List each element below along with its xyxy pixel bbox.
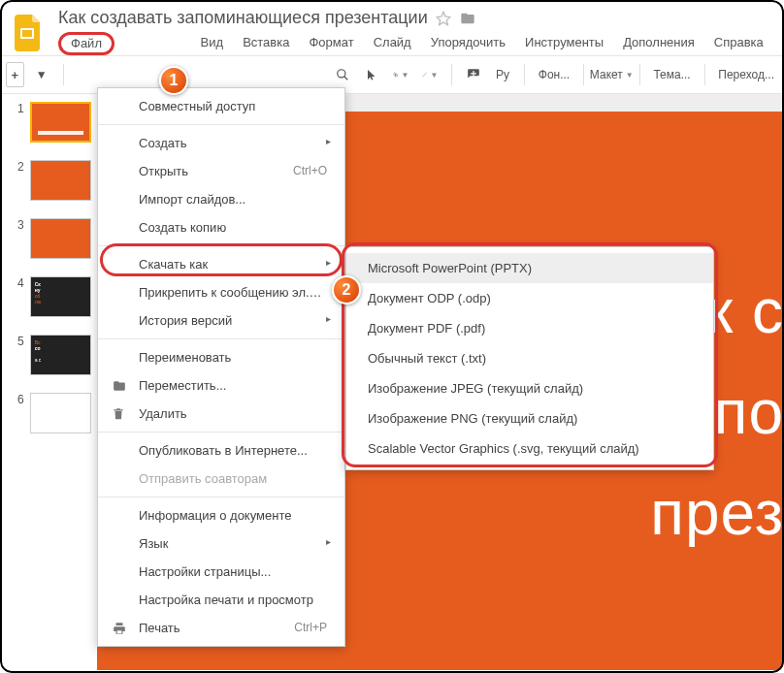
thumb-number: 5 (12, 335, 24, 348)
select-tool[interactable] (360, 63, 383, 86)
export-jpeg[interactable]: Изображение JPEG (текущий слайд) (346, 373, 713, 403)
folder-icon (112, 379, 127, 393)
chevron-right-icon: ▸ (326, 536, 331, 547)
shortcut-label: Ctrl+O (293, 164, 327, 177)
menu-delete[interactable]: Удалить (98, 400, 344, 428)
chevron-right-icon: ▸ (326, 313, 331, 324)
line-tool[interactable] (418, 63, 441, 86)
menu-slide[interactable]: Слайд (364, 32, 421, 55)
slide-text: по (714, 376, 784, 448)
download-as-submenu: Microsoft PowerPoint (PPTX) Документ ODP… (345, 246, 714, 470)
svg-rect-4 (396, 75, 398, 77)
star-icon[interactable] (436, 11, 451, 26)
menu-tools[interactable]: Инструменты (515, 32, 613, 55)
shortcut-label: Ctrl+P (294, 621, 327, 634)
slide-thumb-5[interactable]: Вссо а с (30, 335, 91, 375)
zoom-button[interactable] (331, 63, 354, 86)
menu-insert[interactable]: Вставка (233, 32, 299, 55)
menu-help[interactable]: Справка (704, 32, 773, 55)
slide-thumb-3[interactable] (30, 218, 91, 259)
svg-point-2 (338, 70, 345, 78)
slide-thumb-1[interactable] (30, 102, 91, 143)
slide-thumb-2[interactable] (30, 160, 91, 201)
menu-send-coauthors: Отправить соавторам (98, 465, 344, 493)
thumb-number: 1 (12, 102, 24, 115)
slide-thumb-6[interactable] (30, 393, 91, 433)
export-pptx[interactable]: Microsoft PowerPoint (PPTX) (346, 253, 713, 283)
svg-rect-1 (22, 30, 32, 37)
menu-format[interactable]: Формат (299, 32, 363, 55)
layout-button[interactable]: Макет (594, 63, 630, 86)
new-slide-dropdown[interactable]: ▼ (30, 63, 53, 86)
menu-language[interactable]: Язык▸ (98, 529, 344, 558)
thumb-number: 6 (12, 393, 24, 406)
export-pdf[interactable]: Документ PDF (.pdf) (346, 313, 713, 343)
export-svg[interactable]: Scalable Vector Graphics (.svg, текущий … (346, 433, 713, 464)
menu-doc-info[interactable]: Информация о документе (98, 501, 344, 529)
slide-text: през (650, 477, 784, 549)
menu-view[interactable]: Вид (191, 32, 234, 55)
thumb-number: 3 (12, 218, 24, 232)
slide-thumb-4[interactable]: Скнуоблю (30, 276, 91, 317)
menu-addons[interactable]: Дополнения (613, 32, 704, 55)
svg-rect-5 (117, 630, 122, 633)
theme-button[interactable]: Тема... (649, 68, 694, 81)
svg-point-3 (394, 73, 397, 76)
menu-import-slides[interactable]: Импорт слайдов... (98, 185, 344, 213)
chevron-right-icon: ▸ (326, 257, 331, 268)
trash-icon (112, 406, 125, 422)
menu-file[interactable]: Файл (58, 32, 114, 55)
menu-open[interactable]: ОткрытьCtrl+O (98, 157, 344, 185)
export-txt[interactable]: Обычный текст (.txt) (346, 343, 713, 373)
chevron-right-icon: ▸ (326, 136, 331, 146)
menu-download-as[interactable]: Скачать как▸ (98, 250, 344, 278)
export-odp[interactable]: Документ ODP (.odp) (346, 283, 713, 313)
print-icon (112, 622, 127, 635)
menubar: Файл Изменить Вид Вставка Формат Слайд У… (58, 32, 778, 55)
menu-print-preview[interactable]: Настройка печати и просмотр (98, 586, 344, 614)
shape-tool[interactable] (389, 63, 412, 86)
menu-create[interactable]: Создать▸ (98, 129, 344, 157)
transition-button[interactable]: Переход... (714, 68, 778, 81)
menu-page-setup[interactable]: Настройки страницы... (98, 558, 344, 586)
file-menu-dropdown: Совместный доступ Создать▸ ОткрытьCtrl+O… (97, 87, 345, 647)
menu-share[interactable]: Совместный доступ (98, 92, 344, 120)
menu-publish[interactable]: Опубликовать в Интернете... (98, 436, 344, 465)
export-png[interactable]: Изображение PNG (текущий слайд) (346, 403, 713, 433)
document-title[interactable]: Как создавать запоминающиеся презентации (58, 8, 428, 28)
slides-app-icon[interactable] (10, 14, 49, 52)
comment-button[interactable] (462, 63, 485, 86)
menu-rename[interactable]: Переименовать (98, 343, 344, 371)
menu-make-copy[interactable]: Создать копию (98, 213, 344, 241)
callout-badge-1: 1 (159, 66, 188, 95)
background-button[interactable]: Фон... (535, 68, 573, 81)
menu-email-attach[interactable]: Прикрепить к сообщению эл. почты (98, 278, 344, 306)
folder-icon[interactable] (459, 11, 476, 26)
text-button[interactable]: Ру (491, 63, 514, 86)
thumb-number: 4 (12, 276, 24, 290)
thumb-number: 2 (12, 160, 24, 174)
menu-print[interactable]: ПечатьCtrl+P (98, 614, 344, 642)
callout-badge-2: 2 (332, 275, 361, 304)
slide-thumbnails: 1 2 3 4Скнуоблю 5Вссо а с 6 (0, 94, 97, 670)
menu-arrange[interactable]: Упорядочить (421, 32, 515, 55)
menu-move[interactable]: Переместить... (98, 371, 344, 400)
new-slide-button[interactable]: + (6, 62, 24, 87)
menu-version-history[interactable]: История версий▸ (98, 306, 344, 335)
